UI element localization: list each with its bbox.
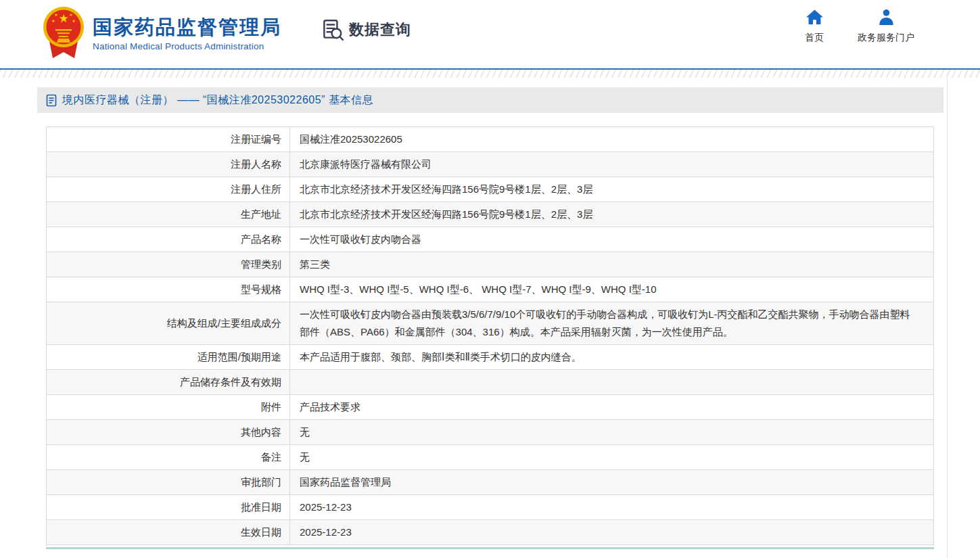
field-label: 注册证编号 bbox=[47, 127, 290, 152]
top-nav: 首页 政务服务门户 bbox=[805, 9, 914, 44]
registration-info-table: 注册证编号 国械注准20253022605 注册人名称 北京康派特医疗器械有限公… bbox=[46, 126, 934, 549]
field-value: 本产品适用于腹部、颈部、胸部Ⅰ类和Ⅱ类手术切口的皮内缝合。 bbox=[290, 345, 934, 370]
site-header: ★ ★ ★ ★ ★ 国家药品监督管理局 National Medical Pro… bbox=[0, 0, 980, 68]
national-emblem-icon: ★ ★ ★ ★ ★ bbox=[43, 4, 85, 64]
hatch-band bbox=[0, 70, 980, 78]
user-icon bbox=[877, 9, 895, 26]
field-value: 一次性可吸收钉皮内吻合器 bbox=[290, 227, 934, 252]
table-row: 批准日期 2025-12-23 bbox=[47, 495, 934, 520]
table-row: 注册人名称 北京康派特医疗器械有限公司 bbox=[47, 152, 934, 177]
field-label: 批准日期 bbox=[47, 495, 290, 520]
svg-text:★: ★ bbox=[72, 19, 75, 23]
field-label: 管理类别 bbox=[47, 252, 290, 277]
table-row: 附件 产品技术要求 bbox=[47, 395, 934, 420]
page-title: 境内医疗器械（注册） —— “国械注准20253022605” 基本信息 bbox=[62, 93, 373, 108]
field-label: 型号规格 bbox=[47, 277, 290, 302]
info-table-body: 注册证编号 国械注准20253022605 注册人名称 北京康派特医疗器械有限公… bbox=[47, 127, 934, 545]
svg-text:★: ★ bbox=[69, 13, 72, 17]
data-query-section[interactable]: 数据查询 bbox=[320, 18, 411, 42]
table-row: 结构及组成/主要组成成分 一次性可吸收钉皮内吻合器由预装载3/5/6/7/9/1… bbox=[47, 302, 934, 345]
next-row-partial bbox=[46, 547, 934, 549]
field-value: 北京市北京经济技术开发区经海四路156号院9号楼1层、2层、3层 bbox=[290, 202, 934, 227]
table-row: 其他内容 无 bbox=[47, 420, 934, 445]
field-value: 北京市北京经济技术开发区经海四路156号院9号楼1层、2层、3层 bbox=[290, 177, 934, 202]
field-value: 产品技术要求 bbox=[290, 395, 934, 420]
field-value: 北京康派特医疗器械有限公司 bbox=[290, 152, 934, 177]
field-label: 备注 bbox=[47, 445, 290, 470]
field-label: 产品储存条件及有效期 bbox=[47, 370, 290, 395]
field-value: 2025-12-23 bbox=[290, 520, 934, 545]
content-right-divider bbox=[947, 78, 948, 558]
field-value: 无 bbox=[290, 445, 934, 470]
nav-item-label: 首页 bbox=[805, 32, 824, 44]
field-value: 国家药品监督管理局 bbox=[290, 470, 934, 495]
svg-text:★: ★ bbox=[51, 19, 55, 23]
data-query-label: 数据查询 bbox=[349, 20, 411, 40]
table-row: 生效日期 2025-12-23 bbox=[47, 520, 934, 545]
table-row: 注册人住所 北京市北京经济技术开发区经海四路156号院9号楼1层、2层、3层 bbox=[47, 177, 934, 202]
document-icon bbox=[46, 94, 57, 107]
field-label: 结构及组成/主要组成成分 bbox=[47, 302, 290, 345]
nav-item-home[interactable]: 首页 bbox=[805, 9, 824, 44]
field-label: 注册人名称 bbox=[47, 152, 290, 177]
field-label: 产品名称 bbox=[47, 227, 290, 252]
field-label: 生产地址 bbox=[47, 202, 290, 227]
table-row: 备注 无 bbox=[47, 445, 934, 470]
table-row: 审批部门 国家药品监督管理局 bbox=[47, 470, 934, 495]
table-row: 型号规格 WHQ I型-3、WHQ I型-5、WHQ I型-6、 WHQ I型-… bbox=[47, 277, 934, 302]
site-logo[interactable]: ★ ★ ★ ★ ★ 国家药品监督管理局 National Medical Pro… bbox=[43, 4, 281, 64]
field-value: 无 bbox=[290, 420, 934, 445]
field-label: 审批部门 bbox=[47, 470, 290, 495]
field-value: 2025-12-23 bbox=[290, 495, 934, 520]
field-value: 一次性可吸收钉皮内吻合器由预装载3/5/6/7/9/10个可吸收钉的手动吻合器构… bbox=[290, 302, 934, 345]
field-value: WHQ I型-3、WHQ I型-5、WHQ I型-6、 WHQ I型-7、WHQ… bbox=[290, 277, 934, 302]
field-value bbox=[290, 370, 934, 395]
table-row: 产品名称 一次性可吸收钉皮内吻合器 bbox=[47, 227, 934, 252]
home-icon bbox=[806, 9, 824, 26]
page-titlebar: 境内医疗器械（注册） —— “国械注准20253022605” 基本信息 bbox=[37, 87, 943, 113]
table-row: 产品储存条件及有效期 bbox=[47, 370, 934, 395]
field-label: 适用范围/预期用途 bbox=[47, 345, 290, 370]
nav-item-service-portal[interactable]: 政务服务门户 bbox=[858, 9, 914, 44]
table-row: 适用范围/预期用途 本产品适用于腹部、颈部、胸部Ⅰ类和Ⅱ类手术切口的皮内缝合。 bbox=[47, 345, 934, 370]
svg-text:★: ★ bbox=[58, 12, 68, 25]
site-title-en: National Medical Products Administration bbox=[93, 41, 281, 51]
field-label: 其他内容 bbox=[47, 420, 290, 445]
document-search-icon bbox=[320, 18, 344, 42]
field-label: 生效日期 bbox=[47, 520, 290, 545]
table-row: 管理类别 第三类 bbox=[47, 252, 934, 277]
table-row: 生产地址 北京市北京经济技术开发区经海四路156号院9号楼1层、2层、3层 bbox=[47, 202, 934, 227]
field-value: 国械注准20253022605 bbox=[290, 127, 934, 152]
field-label: 注册人住所 bbox=[47, 177, 290, 202]
table-row: 注册证编号 国械注准20253022605 bbox=[47, 127, 934, 152]
field-value: 第三类 bbox=[290, 252, 934, 277]
svg-text:★: ★ bbox=[54, 13, 57, 17]
nav-item-label: 政务服务门户 bbox=[858, 32, 914, 44]
field-label: 附件 bbox=[47, 395, 290, 420]
site-title-zh: 国家药品监督管理局 bbox=[93, 16, 281, 39]
